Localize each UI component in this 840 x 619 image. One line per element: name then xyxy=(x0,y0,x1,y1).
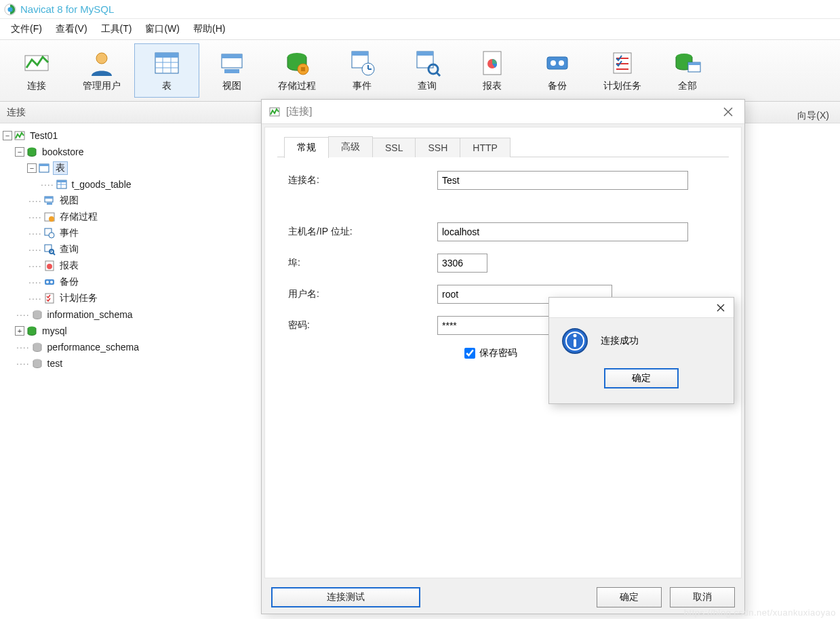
tool-table[interactable]: 表 xyxy=(134,43,199,98)
message-box: 连接成功 确定 xyxy=(548,297,734,404)
svg-point-3 xyxy=(96,53,107,64)
tree-conn-label: Test01 xyxy=(28,130,59,141)
ok-button[interactable]: 确定 xyxy=(597,587,662,607)
table-icon xyxy=(56,178,68,191)
svg-rect-17 xyxy=(352,52,368,56)
tree-perf-label: performance_schema xyxy=(46,342,140,353)
watermark: https://blog.csdn.net/xuankuxiaoyao xyxy=(684,607,836,618)
expand-icon[interactable]: + xyxy=(15,326,24,336)
tree-schedule-label: 计划任务 xyxy=(58,292,99,304)
tool-connect[interactable]: 连接 xyxy=(4,43,69,98)
svg-rect-12 xyxy=(224,69,239,73)
collapse-icon[interactable]: − xyxy=(3,131,12,140)
table-folder-icon xyxy=(38,162,50,174)
tab-advanced[interactable]: 高级 xyxy=(328,136,373,157)
save-password-checkbox[interactable] xyxy=(464,348,475,359)
user-icon xyxy=(87,49,116,77)
svg-rect-46 xyxy=(47,203,52,205)
dialog-icon xyxy=(268,106,281,118)
tree-event-label: 事件 xyxy=(58,227,80,239)
svg-rect-11 xyxy=(222,54,242,58)
dialog-title: [连接] xyxy=(286,105,312,118)
event-icon xyxy=(348,49,376,77)
port-input[interactable] xyxy=(437,254,487,273)
svg-point-55 xyxy=(47,264,52,269)
event-node-icon xyxy=(43,227,56,239)
tool-schedule[interactable]: 计划任务 xyxy=(590,43,655,98)
view-icon xyxy=(218,49,246,77)
svg-line-53 xyxy=(53,253,55,255)
svg-rect-15 xyxy=(301,67,305,71)
host-input[interactable] xyxy=(437,222,688,241)
report-icon xyxy=(478,49,506,77)
svg-line-24 xyxy=(437,73,440,76)
msg-text: 连接成功 xyxy=(601,335,639,347)
menu-file[interactable]: 文件(F) xyxy=(5,20,47,38)
svg-point-27 xyxy=(551,60,556,66)
tool-backup[interactable]: 备份 xyxy=(525,43,590,98)
tool-connect-label: 连接 xyxy=(27,80,46,92)
menu-tools[interactable]: 工具(T) xyxy=(96,20,138,38)
tool-view[interactable]: 视图 xyxy=(199,43,264,98)
tool-user[interactable]: 管理用户 xyxy=(69,43,134,98)
schedule-node-icon xyxy=(43,292,56,304)
svg-rect-35 xyxy=(688,62,700,65)
svg-rect-22 xyxy=(417,52,433,56)
dialog-titlebar: [连接] xyxy=(262,100,744,124)
tree-tgoods-label: t_goods_table xyxy=(71,179,133,190)
cancel-button[interactable]: 取消 xyxy=(670,587,735,607)
menu-help[interactable]: 帮助(H) xyxy=(188,20,231,38)
tab-ssh[interactable]: SSH xyxy=(415,138,460,157)
close-icon[interactable] xyxy=(719,102,738,121)
close-icon[interactable] xyxy=(713,300,728,315)
tool-event[interactable]: 事件 xyxy=(329,43,395,98)
svg-point-48 xyxy=(49,216,54,222)
query-icon xyxy=(413,49,441,77)
tool-all[interactable]: 全部 xyxy=(655,43,720,98)
svg-rect-72 xyxy=(574,339,576,347)
tab-general[interactable]: 常规 xyxy=(284,137,329,158)
app-icon xyxy=(4,3,16,16)
connection-name-input[interactable] xyxy=(437,171,688,190)
svg-point-28 xyxy=(559,60,564,66)
label-user: 用户名: xyxy=(288,288,437,300)
collapse-icon[interactable]: − xyxy=(27,163,37,173)
label-host: 主机名/IP 位址: xyxy=(288,226,437,238)
tree-bookstore-label: bookstore xyxy=(41,146,85,157)
menu-view[interactable]: 查看(V) xyxy=(50,20,93,38)
tool-user-label: 管理用户 xyxy=(83,80,121,92)
dialog-footer: 连接测试 确定 取消 xyxy=(262,581,744,614)
backup-icon xyxy=(543,49,572,77)
query-node-icon xyxy=(43,243,56,256)
label-pass: 密码: xyxy=(288,319,437,332)
tool-query[interactable]: 查询 xyxy=(395,43,460,98)
table-icon xyxy=(153,49,181,77)
tool-view-label: 视图 xyxy=(222,80,241,92)
database-icon xyxy=(31,357,43,370)
tree-test-label: test xyxy=(46,358,64,369)
connect-icon xyxy=(22,49,51,77)
tab-http[interactable]: HTTP xyxy=(460,138,511,157)
tool-schedule-label: 计划任务 xyxy=(603,80,641,92)
tool-all-label: 全部 xyxy=(678,80,697,92)
collapse-icon[interactable]: − xyxy=(15,147,24,157)
tab-ssl[interactable]: SSL xyxy=(372,138,416,157)
tree-backup-label: 备份 xyxy=(58,276,80,288)
svg-rect-26 xyxy=(547,57,567,69)
menu-window[interactable]: 窗口(W) xyxy=(140,20,185,38)
svg-rect-39 xyxy=(39,164,49,166)
msg-ok-button[interactable]: 确定 xyxy=(604,368,679,388)
tool-proc[interactable]: 存储过程 xyxy=(264,43,329,98)
test-connection-button[interactable]: 连接测试 xyxy=(271,587,420,607)
view-node-icon xyxy=(43,195,56,207)
svg-point-73 xyxy=(574,334,577,338)
tool-table-label: 表 xyxy=(162,80,172,92)
msg-header xyxy=(549,298,734,318)
svg-point-57 xyxy=(46,281,49,283)
toolbar: 连接 管理用户 表 视图 存储过程 事件 查询 报表 备份 计划任务 全部 xyxy=(0,39,840,102)
wizard-link[interactable]: 向导(X) xyxy=(797,110,829,122)
tool-report[interactable]: 报表 xyxy=(460,43,525,98)
database-icon xyxy=(26,146,38,158)
database-icon xyxy=(26,325,38,337)
titlebar: Navicat 8 for MySQL xyxy=(0,0,840,19)
